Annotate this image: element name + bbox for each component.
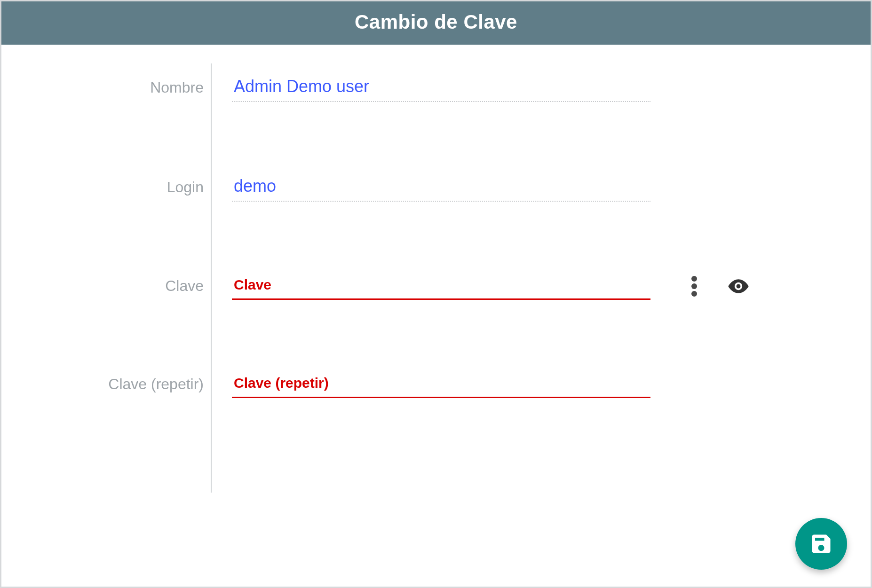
save-icon xyxy=(809,532,833,556)
name-value: Admin Demo user xyxy=(232,73,650,102)
password-repeat-field-wrap xyxy=(232,370,650,398)
dialog-title: Cambio de Clave xyxy=(1,1,871,45)
svg-point-4 xyxy=(737,284,741,288)
password-repeat-label: Clave (repetir) xyxy=(34,376,204,393)
svg-point-2 xyxy=(691,291,697,297)
password-change-dialog: Cambio de Clave Nombre Admin Demo user L… xyxy=(0,0,872,588)
login-field-wrap: demo xyxy=(232,172,650,202)
row-name: Nombre Admin Demo user xyxy=(34,73,838,102)
row-login: Login demo xyxy=(34,172,838,202)
svg-point-0 xyxy=(691,276,697,282)
password-input[interactable] xyxy=(232,272,650,300)
row-password: Clave xyxy=(34,272,838,300)
row-password-repeat: Clave (repetir) xyxy=(34,370,838,398)
eye-icon[interactable] xyxy=(728,275,749,297)
password-field-wrap xyxy=(232,272,650,300)
svg-point-1 xyxy=(691,283,697,289)
password-row-icons xyxy=(683,275,749,297)
form-area: Nombre Admin Demo user Login demo Clave xyxy=(1,45,871,587)
password-label: Clave xyxy=(34,277,204,295)
login-label: Login xyxy=(34,179,204,196)
name-field-wrap: Admin Demo user xyxy=(232,73,650,102)
more-vert-icon[interactable] xyxy=(683,275,705,297)
login-value: demo xyxy=(232,172,650,202)
save-button[interactable] xyxy=(795,518,847,570)
password-repeat-input[interactable] xyxy=(232,370,650,398)
name-label: Nombre xyxy=(34,79,204,96)
